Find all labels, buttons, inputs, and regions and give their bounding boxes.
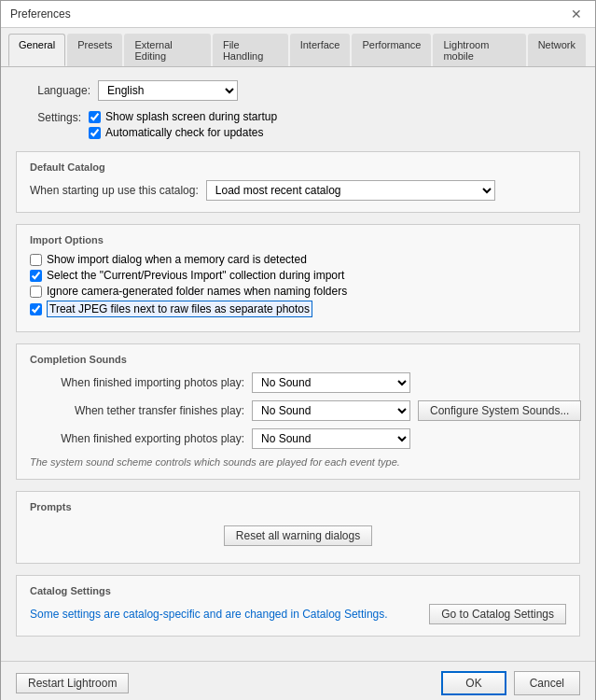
catalog-settings-link: are changed in Catalog Settings. [225, 608, 387, 621]
prompts-center: Reset all warning dialogs [30, 520, 566, 552]
sound-tether-controls: No Sound Configure System Sounds... [252, 400, 581, 421]
sound-import-label: When finished importing photos play: [30, 376, 244, 389]
sound-import-select[interactable]: No Sound [252, 372, 410, 393]
treat-jpeg-row: Treat JPEG files next to raw files as se… [30, 301, 566, 317]
catalog-settings-text: Some settings are catalog-specific and a… [30, 608, 388, 621]
default-catalog-title: Default Catalog [30, 161, 566, 173]
tab-file-handling[interactable]: File Handling [213, 34, 288, 66]
content-area: Language: English Settings: Show splash … [1, 67, 595, 661]
tab-general[interactable]: General [8, 34, 65, 66]
footer: Restart Lightroom OK Cancel [1, 661, 595, 700]
import-dialog-row: Show import dialog when a memory card is… [30, 253, 566, 266]
updates-check-row: Automatically check for updates [89, 126, 277, 139]
ignore-folders-label: Ignore camera-generated folder names whe… [47, 285, 347, 298]
cancel-button[interactable]: Cancel [514, 671, 580, 695]
tabs-container: General Presets External Editing File Ha… [1, 28, 595, 67]
language-label: Language: [16, 84, 90, 97]
language-select[interactable]: English [98, 80, 238, 101]
completion-sounds-section: Completion Sounds When finished importin… [16, 343, 580, 480]
tab-presets[interactable]: Presets [67, 34, 122, 66]
ignore-folders-checkbox[interactable] [30, 286, 42, 298]
sound-export-row: When finished exporting photos play: No … [30, 428, 566, 449]
goto-catalog-button[interactable]: Go to Catalog Settings [429, 604, 566, 624]
catalog-row-label: When starting up use this catalog: [30, 184, 199, 197]
sound-tether-label: When tether transfer finishes play: [30, 404, 244, 417]
tab-interface[interactable]: Interface [290, 34, 351, 66]
sound-note: The system sound scheme controls which s… [30, 456, 566, 468]
splash-label: Show splash screen during startup [105, 110, 277, 123]
current-import-row: Select the "Current/Previous Import" col… [30, 269, 566, 282]
ok-button[interactable]: OK [441, 671, 506, 695]
completion-sounds-title: Completion Sounds [30, 354, 566, 365]
sound-export-controls: No Sound [252, 428, 410, 449]
sound-tether-row: When tether transfer finishes play: No S… [30, 400, 566, 421]
updates-label: Automatically check for updates [105, 126, 263, 139]
sound-export-label: When finished exporting photos play: [30, 432, 244, 445]
sound-tether-select[interactable]: No Sound [252, 400, 410, 421]
import-dialog-checkbox[interactable] [30, 254, 42, 266]
catalog-row: When starting up use this catalog: Load … [30, 180, 566, 201]
tab-external-editing[interactable]: External Editing [124, 34, 210, 66]
updates-checkbox[interactable] [89, 127, 101, 139]
footer-right: OK Cancel [441, 671, 580, 695]
catalog-settings-row: Some settings are catalog-specific and a… [30, 604, 566, 624]
prompts-section: Prompts Reset all warning dialogs [16, 491, 580, 564]
default-catalog-section: Default Catalog When starting up use thi… [16, 151, 580, 213]
import-options-title: Import Options [30, 234, 566, 245]
language-row: Language: English [16, 80, 580, 101]
treat-jpeg-checkbox[interactable] [30, 303, 42, 315]
settings-checks: Show splash screen during startup Automa… [89, 110, 277, 142]
tab-lightroom-mobile[interactable]: Lightroom mobile [433, 34, 525, 66]
close-button[interactable]: ✕ [567, 7, 586, 21]
language-select-wrapper: English [98, 80, 238, 101]
prompts-title: Prompts [30, 501, 566, 512]
current-import-checkbox[interactable] [30, 270, 42, 282]
ignore-folders-row: Ignore camera-generated folder names whe… [30, 285, 566, 298]
settings-row: Settings: Show splash screen during star… [16, 110, 580, 142]
current-import-label: Select the "Current/Previous Import" col… [47, 269, 344, 282]
splash-check-row: Show splash screen during startup [89, 110, 277, 123]
reset-warnings-button[interactable]: Reset all warning dialogs [224, 525, 372, 546]
tab-performance[interactable]: Performance [352, 34, 431, 66]
sound-import-controls: No Sound [252, 372, 410, 393]
preferences-window: Preferences ✕ General Presets External E… [0, 0, 596, 700]
catalog-select[interactable]: Load most recent catalog [206, 180, 495, 201]
catalog-settings-section: Catalog Settings Some settings are catal… [16, 575, 580, 637]
title-bar: Preferences ✕ [1, 1, 595, 28]
settings-label: Settings: [16, 110, 81, 124]
import-options-section: Import Options Show import dialog when a… [16, 224, 580, 332]
treat-jpeg-label: Treat JPEG files next to raw files as se… [47, 301, 312, 317]
configure-sounds-button[interactable]: Configure System Sounds... [418, 400, 581, 421]
tab-network[interactable]: Network [528, 34, 586, 66]
restart-button[interactable]: Restart Lightroom [16, 673, 129, 693]
catalog-settings-title: Catalog Settings [30, 585, 566, 596]
import-dialog-label: Show import dialog when a memory card is… [47, 253, 307, 266]
sound-export-select[interactable]: No Sound [252, 428, 410, 449]
splash-checkbox[interactable] [89, 111, 101, 123]
sound-import-row: When finished importing photos play: No … [30, 372, 566, 393]
window-title: Preferences [10, 7, 71, 21]
